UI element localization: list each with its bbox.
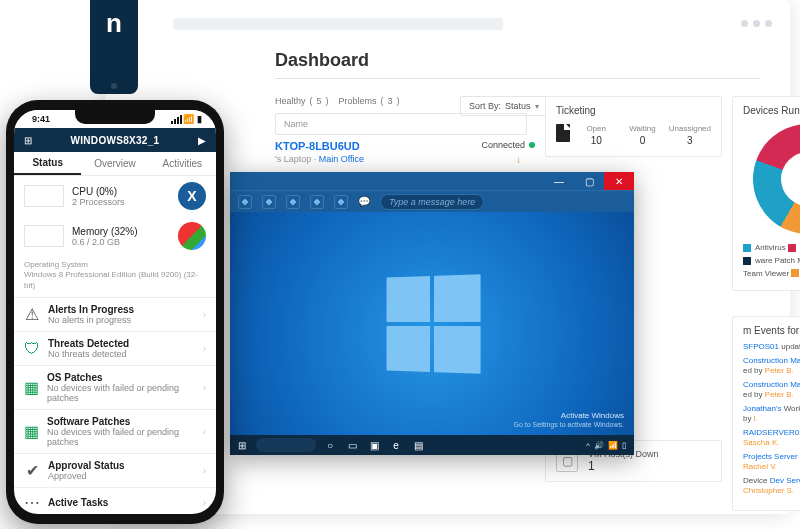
phone-device: 9:41 📶 ▮ ⊞ WINDOWS8X32_1 ▶ Status Overvi… <box>6 100 224 524</box>
actions-legend: Antivirus Patch Management ware Patch Ma… <box>743 242 800 280</box>
alert-icon: ⚠ <box>24 307 40 323</box>
brand-dot-icon <box>111 83 117 89</box>
chevron-right-icon: › <box>203 309 206 320</box>
chevron-right-icon: › <box>203 497 206 508</box>
status-dot-icon <box>529 142 535 148</box>
system-tray[interactable]: ^🔊📶▯ <box>586 441 630 450</box>
legend-item: ware Patch Management <box>743 256 800 265</box>
device-status: Connected <box>481 140 535 150</box>
download-arrow-icon: ↓ <box>516 154 521 165</box>
windows-flag-icon <box>178 222 206 250</box>
maximize-button[interactable]: ▢ <box>574 172 604 190</box>
actions-title: Devices Running Actions <box>743 105 800 116</box>
rdp-titlebar[interactable]: — ▢ ✕ <box>230 172 634 190</box>
status-item[interactable]: 🛡Threats DetectedNo threats detected› <box>14 332 216 366</box>
tool-keyboard-icon[interactable] <box>310 195 324 209</box>
memory-row[interactable]: Memory (32%)0.6 / 2.0 GB <box>14 216 216 256</box>
taskbar-explorer-icon[interactable]: ▣ <box>366 437 382 453</box>
actions-widget: Devices Running Actions Antivirus Patch … <box>732 96 800 291</box>
page-title: Dashboard <box>275 50 369 71</box>
remote-desktop-window: — ▢ ✕ 💬 Type a message here Activate Win… <box>230 172 634 455</box>
taskbar-store-icon[interactable]: ▤ <box>410 437 426 453</box>
ticket-open[interactable]: Open10 <box>576 124 616 146</box>
cpu-row[interactable]: CPU (0%)2 Processors X <box>14 176 216 216</box>
taskbar-search[interactable] <box>256 438 316 452</box>
event-item[interactable]: Construction Manager JS1 Laptop ed by Pe… <box>743 380 800 400</box>
rdp-toolbar: 💬 Type a message here <box>230 190 634 212</box>
status-item[interactable]: ⚠Alerts In ProgressNo alerts in progress… <box>14 298 216 332</box>
event-item[interactable]: Projects Server note updated by Rachel V… <box>743 452 800 472</box>
phone-navbar: ⊞ WINDOWS8X32_1 ▶ <box>14 128 216 152</box>
tab-status[interactable]: Status <box>14 152 81 175</box>
cpu-graph-icon <box>24 185 64 207</box>
ticket-unassigned[interactable]: Unassigned3 <box>669 124 711 146</box>
windows-logo-icon <box>387 274 481 373</box>
windows-icon: ⊞ <box>22 134 34 146</box>
status-item[interactable]: ⋯Active Tasks› <box>14 488 216 514</box>
remote-desktop[interactable]: Activate Windows Go to Settings to activ… <box>230 212 634 435</box>
shield-icon: 🛡 <box>24 341 40 357</box>
filter-pills: Healthy (5) Problems (3) <box>275 96 400 106</box>
brand-logo-icon: n <box>106 8 122 39</box>
search-input[interactable]: Name <box>275 113 527 135</box>
ticketing-widget: Ticketing Open10 Waiting0 Unassigned3 <box>545 96 722 157</box>
chat-input[interactable]: Type a message here <box>380 194 484 210</box>
tab-overview[interactable]: Overview <box>81 152 148 175</box>
start-button[interactable]: ⊞ <box>234 437 250 453</box>
url-bar[interactable] <box>173 18 503 30</box>
ticket-waiting[interactable]: Waiting0 <box>622 124 662 146</box>
donut-chart <box>753 124 800 234</box>
taskbar-edge-icon[interactable]: e <box>388 437 404 453</box>
status-item[interactable]: ▦OS PatchesNo devices with failed or pen… <box>14 366 216 410</box>
minimize-button[interactable]: — <box>544 172 574 190</box>
taskbar-cortana-icon[interactable]: ○ <box>322 437 338 453</box>
window-controls <box>741 20 772 27</box>
chevron-right-icon: › <box>203 465 206 476</box>
chevron-right-icon: › <box>203 426 206 437</box>
legend-item: ualization <box>791 269 800 278</box>
events-title: m Events for the Last Week <box>743 325 800 336</box>
status-item[interactable]: ▦Software PatchesNo devices with failed … <box>14 410 216 454</box>
phone-notch <box>75 110 155 124</box>
chevron-right-icon: › <box>203 382 206 393</box>
check-icon: ✔ <box>24 463 40 479</box>
filter-healthy[interactable]: Healthy (5) <box>275 96 329 106</box>
filter-problems[interactable]: Problems (3) <box>339 96 400 106</box>
mem-graph-icon <box>24 225 64 247</box>
tool-displays-icon[interactable] <box>262 195 276 209</box>
ticket-icon <box>556 124 570 142</box>
device-card[interactable]: KTOP-8LBU6UD Connected 's Laptop · Main … <box>275 140 535 164</box>
grid-icon: ▦ <box>24 380 39 396</box>
activate-watermark: Activate Windows Go to Settings to activ… <box>514 411 625 429</box>
events-widget: m Events for the Last Week SFPOS01 updat… <box>732 316 800 511</box>
signal-icon: 📶 ▮ <box>171 114 202 124</box>
event-item[interactable]: RAIDSERVER01 updated by Sascha K. <box>743 428 800 448</box>
legend-item: Antivirus <box>743 243 788 252</box>
brand-tab: n <box>90 0 138 94</box>
ticketing-title: Ticketing <box>556 105 711 116</box>
tab-activities[interactable]: Activities <box>149 152 216 175</box>
task-icon: ⋯ <box>24 494 40 510</box>
play-icon[interactable]: ▶ <box>196 134 208 146</box>
taskbar[interactable]: ⊞ ○ ▭ ▣ e ▤ ^🔊📶▯ <box>230 435 634 455</box>
device-title: WINDOWS8X32_1 <box>42 135 188 146</box>
event-item[interactable]: Construction Manager JS2 Laptop ed by Pe… <box>743 356 800 376</box>
phone-tabs: Status Overview Activities <box>14 152 216 176</box>
tool-network-icon[interactable] <box>286 195 300 209</box>
status-item[interactable]: ✔Approval StatusApproved› <box>14 454 216 488</box>
taskbar-taskview-icon[interactable]: ▭ <box>344 437 360 453</box>
device-subtitle: 's Laptop · Main Office <box>275 154 535 164</box>
event-item[interactable]: SFPOS01 update by Peter B. <box>743 342 800 352</box>
chat-icon: 💬 <box>358 196 370 207</box>
event-item[interactable]: Jonathan's Workstation note deleted by l… <box>743 404 800 424</box>
app-x-icon: X <box>178 182 206 210</box>
chevron-right-icon: › <box>203 343 206 354</box>
grid-icon: ▦ <box>24 424 39 440</box>
tool-settings-icon[interactable] <box>334 195 348 209</box>
tool-monitor-icon[interactable] <box>238 195 252 209</box>
legend-item: Patch Management <box>788 243 800 252</box>
close-button[interactable]: ✕ <box>604 172 634 190</box>
device-name: KTOP-8LBU6UD <box>275 140 360 152</box>
divider <box>275 78 760 79</box>
event-item[interactable]: Device Dev Server note updated by Christ… <box>743 476 800 496</box>
